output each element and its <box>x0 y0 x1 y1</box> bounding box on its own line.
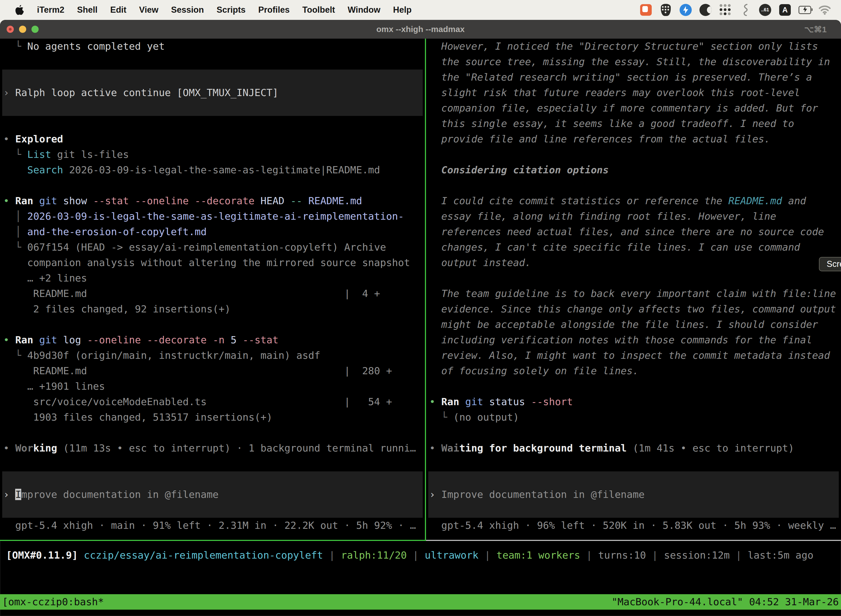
terminal-line: evidence. Since this change only affects… <box>426 301 841 317</box>
terminal-line: └ No agents completed yet <box>0 39 425 54</box>
terminal-line: • Ran git show --stat --oneline --decora… <box>0 193 425 209</box>
terminal-line <box>0 425 425 440</box>
iterm-window: omx --xhigh --madmax ⌥⌘1 └ No agents com… <box>0 20 841 616</box>
right-pane[interactable]: However, I noticed the "Directory Struct… <box>426 39 841 540</box>
terminal-line <box>0 116 425 131</box>
pie-timer-icon[interactable] <box>699 4 712 16</box>
input-source-a-icon[interactable]: A <box>779 4 791 16</box>
terminal-line: • Ran git log --oneline --decorate -n 5 … <box>0 332 425 348</box>
terminal-line: … +1901 lines <box>0 378 425 394</box>
terminal-line: The team guideline is to back every impo… <box>426 286 841 301</box>
terminal-line: provide file and line references from th… <box>426 131 841 147</box>
terminal-line: slight risk that future readers may over… <box>426 85 841 100</box>
terminal-line: companion file, especially if more comme… <box>426 100 841 116</box>
menu-item-edit[interactable]: Edit <box>110 5 126 15</box>
window-title: omx --xhigh --madmax <box>0 25 841 34</box>
terminal-line: › Improve documentation in @filename <box>428 487 645 502</box>
terminal-line <box>426 378 841 394</box>
omx-status-bar: [OMX#0.11.9] cczip/essay/ai-reimplementa… <box>3 547 841 564</box>
minimize-button[interactable] <box>19 26 26 33</box>
battery-61-icon[interactable]: ..61 <box>759 4 771 16</box>
terminal-line: might be acceptable alongside the file l… <box>426 317 841 332</box>
wifi-icon[interactable] <box>818 4 831 16</box>
menu-item-view[interactable]: View <box>139 5 158 15</box>
terminal-line: companion analysis without altering the … <box>0 255 425 270</box>
window-titlebar[interactable]: omx --xhigh --madmax ⌥⌘1 <box>0 20 841 39</box>
terminal-line: └ 4b9d30f (origin/main, instructkr/main,… <box>0 348 425 363</box>
screen-tooltip: Scre <box>819 257 841 271</box>
terminal-line <box>426 270 841 286</box>
terminal-line: [OMX#0.11.9] cczip/essay/ai-reimplementa… <box>3 547 841 563</box>
terminal-line: references need actual files, and since … <box>426 224 841 239</box>
terminal-line: However, I noticed the "Directory Struct… <box>426 39 841 54</box>
terminal-line: 1903 files changed, 513517 insertions(+) <box>0 409 425 425</box>
menu-item-iterm2[interactable]: iTerm2 <box>37 5 64 15</box>
menu-item-help[interactable]: Help <box>393 5 412 15</box>
terminal-line: … +2 lines <box>0 270 425 286</box>
terminal-line: review. Also, I might want to inspect th… <box>426 348 841 363</box>
close-button[interactable] <box>7 26 14 33</box>
menu-item-scripts[interactable]: Scripts <box>217 5 246 15</box>
terminal-line: README.md | 280 + <box>0 363 425 378</box>
prompt-input-box[interactable]: › Ralph loop active continue [OMX_TMUX_I… <box>2 70 423 116</box>
terminal-line <box>0 317 425 332</box>
prompt-input-box[interactable]: › Improve documentation in @filename <box>428 471 839 518</box>
terminal-line: › Improve documentation in @filename <box>2 487 218 502</box>
hook-squiggle-icon[interactable] <box>739 4 752 16</box>
terminal-line: └ (no output) <box>426 409 841 425</box>
terminal-line <box>0 456 425 471</box>
battery-charging-icon[interactable] <box>799 4 811 16</box>
tmux-session-label: [omx-cczip0:bash* <box>2 594 104 610</box>
terminal-line: • Explored <box>0 131 425 147</box>
left-pane-bottom-border <box>0 540 426 541</box>
traffic-lights <box>7 26 39 33</box>
menu-item-shell[interactable]: Shell <box>77 5 97 15</box>
terminal-line: │ and-the-erosion-of-copyleft.md <box>0 224 425 239</box>
terminal-line: └ List git ls-files <box>0 147 425 162</box>
menu-items: iTerm2ShellEditViewSessionScriptsProfile… <box>37 5 412 15</box>
terminal-line: the source tree, missing the essay. Stil… <box>426 54 841 70</box>
menu-item-session[interactable]: Session <box>171 5 204 15</box>
terminal-line <box>0 178 425 193</box>
terminal-line <box>426 147 841 162</box>
left-pane[interactable]: └ No agents completed yet› Ralph loop ac… <box>0 39 425 540</box>
terminal-line: Search 2026-03-09-is-legal-the-same-as-l… <box>0 162 425 178</box>
shield-grid-icon[interactable] <box>659 4 672 16</box>
window-shortcut-hint: ⌥⌘1 <box>804 25 827 34</box>
terminal-line: changes, I can't cite specific file line… <box>426 239 841 255</box>
chat-bubble-icon[interactable] <box>640 4 652 16</box>
terminal-line: • Waiting for background terminal (1m 41… <box>426 440 841 456</box>
terminal-line: of focusing solely on file lines. <box>426 363 841 378</box>
terminal-line: output instead. <box>426 255 841 270</box>
terminal-line: src/voice/voiceModeEnabled.ts | 54 + <box>0 394 425 409</box>
terminal-line: the "Related research writing" section i… <box>426 70 841 85</box>
terminal-line: › Ralph loop active continue [OMX_TMUX_I… <box>2 85 278 100</box>
terminal-line: including verification notes with those … <box>426 332 841 348</box>
menu-item-profiles[interactable]: Profiles <box>258 5 290 15</box>
terminal-line: gpt-5.4 xhigh · 96% left · 520K in · 5.8… <box>426 518 841 533</box>
terminal-line: Considering citation options <box>426 162 841 178</box>
menubar-status-icons: ..61 A <box>640 4 831 16</box>
apple-logo-icon[interactable] <box>15 4 24 15</box>
terminal-line: └ 067f154 (HEAD -> essay/ai-reimplementa… <box>0 239 425 255</box>
dot-grid-icon[interactable] <box>719 4 732 16</box>
terminal-line <box>426 425 841 440</box>
terminal-line: essay file, along with finding root file… <box>426 209 841 224</box>
terminal-line: 2 files changed, 92 insertions(+) <box>0 301 425 317</box>
terminal-line <box>426 456 841 471</box>
menu-item-toolbelt[interactable]: Toolbelt <box>302 5 335 15</box>
terminal-line: I could cite commit statistics or refere… <box>426 193 841 209</box>
terminal-line: README.md | 4 + <box>0 286 425 301</box>
terminal-line: this single essay, it seems like a good … <box>426 116 841 131</box>
tmux-status-bar: [omx-cczip0:bash* "MacBook-Pro-44.local"… <box>0 594 841 610</box>
zoom-button[interactable] <box>31 26 39 33</box>
tmux-host-clock: "MacBook-Pro-44.local" 04:52 31-Mar-26 <box>611 594 839 610</box>
menu-bar: iTerm2ShellEditViewSessionScriptsProfile… <box>0 0 841 20</box>
terminal-line <box>426 178 841 193</box>
prompt-input-box[interactable]: › Improve documentation in @filename <box>2 471 423 518</box>
menu-item-window[interactable]: Window <box>348 5 381 15</box>
terminal-line: • Ran git status --short <box>426 394 841 409</box>
lightning-badge-icon[interactable] <box>679 4 692 16</box>
terminal-line <box>0 54 425 70</box>
terminal-line: • Working (11m 13s • esc to interrupt) ·… <box>0 440 425 456</box>
